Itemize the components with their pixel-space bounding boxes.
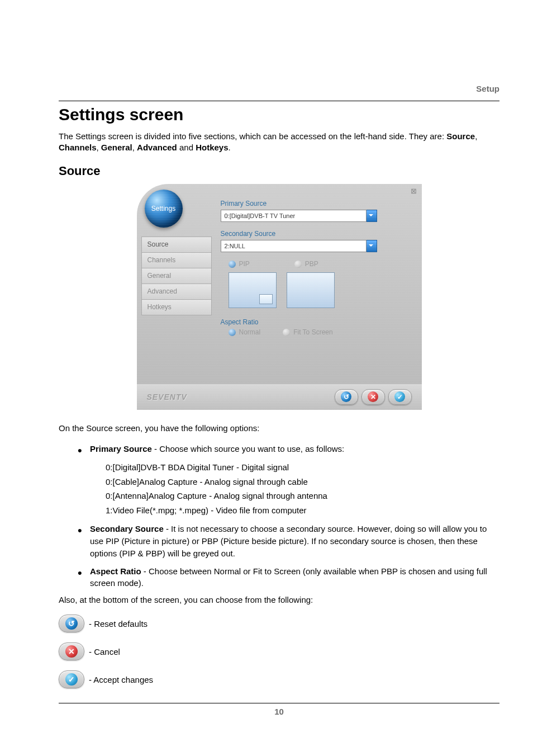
accept-label: - Accept changes bbox=[89, 675, 153, 684]
aspect-row: Normal Fit To Screen bbox=[229, 328, 408, 336]
brand-logo: SEVENTV bbox=[147, 393, 187, 401]
bottom-rule bbox=[59, 703, 499, 703]
aspect-normal-radio[interactable]: Normal bbox=[229, 328, 261, 336]
options-list-2: Secondary Source - It is not necessary t… bbox=[59, 523, 499, 589]
radio-icon bbox=[283, 329, 290, 336]
accept-line: ✓ - Accept changes bbox=[59, 670, 499, 688]
dialog-footer: SEVENTV ↺ ✕ ✓ bbox=[137, 384, 422, 410]
accept-icon: ✓ bbox=[65, 673, 78, 686]
pip-preview bbox=[229, 272, 277, 308]
options-intro: On the Source screen, you have the follo… bbox=[59, 423, 499, 433]
header-section: Setup bbox=[476, 84, 499, 93]
primary-source-combo[interactable]: 0:[Digital]DVB-T TV Tuner bbox=[221, 210, 377, 222]
side-tabs: Source Channels General Advanced Hotkeys bbox=[141, 237, 212, 315]
settings-orb-label: Settings bbox=[151, 205, 175, 212]
also-line: Also, at the bottom of the screen, you c… bbox=[59, 595, 499, 604]
side-tab-advanced[interactable]: Advanced bbox=[141, 284, 212, 299]
reset-defaults-button[interactable]: ↺ bbox=[335, 389, 358, 405]
aspect-fit-radio[interactable]: Fit To Screen bbox=[283, 328, 332, 336]
settings-orb: Settings bbox=[145, 190, 183, 228]
primary-source-bullet: Primary Source - Choose which source you… bbox=[59, 443, 499, 455]
options-list: Primary Source - Choose which source you… bbox=[59, 443, 499, 455]
secondary-source-label: Secondary Source bbox=[221, 230, 408, 238]
secondary-source-value: 2:NULL bbox=[221, 240, 367, 252]
aspect-fit-label: Fit To Screen bbox=[293, 328, 332, 336]
intro-section-4: Hotkeys bbox=[196, 143, 228, 152]
cancel-line: ✕ - Cancel bbox=[59, 642, 499, 660]
secondary-source-bullet: Secondary Source - It is not necessary t… bbox=[59, 523, 499, 559]
page-title: Settings screen bbox=[59, 105, 499, 124]
intro-period: . bbox=[229, 143, 231, 152]
secondary-source-combo[interactable]: 2:NULL bbox=[221, 240, 377, 252]
accept-button[interactable]: ✓ bbox=[388, 389, 412, 405]
cancel-icon-pill: ✕ bbox=[59, 642, 84, 660]
reset-label: - Reset defaults bbox=[89, 619, 147, 629]
pbp-radio[interactable]: PBP bbox=[294, 260, 318, 268]
accept-icon-pill: ✓ bbox=[59, 670, 84, 688]
intro-section-3: Advanced bbox=[137, 143, 177, 152]
primary-sub-3: 1:Video File(*.mpg; *.mpeg) - Video file… bbox=[106, 503, 499, 518]
aspect-normal-label: Normal bbox=[239, 328, 261, 336]
intro-paragraph: The Settings screen is divided into five… bbox=[59, 131, 499, 154]
intro-text-a: The Settings screen is divided into five… bbox=[59, 131, 446, 141]
reset-line: ↺ - Reset defaults bbox=[59, 615, 499, 632]
cancel-icon: ✕ bbox=[368, 391, 378, 402]
primary-sub-0: 0:[Digital]DVB-T BDA Digital Tuner - Dig… bbox=[106, 460, 499, 475]
aspect-ratio-label: Aspect Ratio bbox=[221, 318, 408, 326]
intro-and: and bbox=[177, 143, 196, 152]
intro-section-0: Source bbox=[446, 131, 475, 141]
aspect-ratio-bullet: Aspect Ratio - Choose between Normal or … bbox=[59, 565, 499, 590]
settings-screenshot: ⊠ Settings Source Channels General Advan… bbox=[59, 184, 499, 410]
cancel-button[interactable]: ✕ bbox=[361, 389, 385, 405]
pbp-label: PBP bbox=[305, 260, 318, 268]
reset-icon: ↺ bbox=[341, 391, 351, 402]
side-tab-channels[interactable]: Channels bbox=[141, 252, 212, 268]
intro-section-1: Channels bbox=[59, 143, 97, 152]
side-tab-hotkeys[interactable]: Hotkeys bbox=[141, 299, 212, 315]
radio-icon bbox=[229, 261, 236, 268]
primary-source-lead: Primary Source bbox=[90, 444, 152, 453]
primary-sub-2: 0:[Antenna]Analog Capture - Analog signa… bbox=[106, 489, 499, 503]
close-icon[interactable]: ⊠ bbox=[409, 186, 418, 196]
primary-sub-1: 0:[Cable]Analog Capture - Analog signal … bbox=[106, 475, 499, 489]
pbp-preview bbox=[287, 272, 335, 308]
aspect-ratio-lead: Aspect Ratio bbox=[90, 566, 141, 576]
source-subheading: Source bbox=[59, 164, 499, 178]
secondary-source-lead: Secondary Source bbox=[90, 524, 164, 533]
cancel-icon: ✕ bbox=[65, 645, 78, 658]
pip-mini bbox=[259, 294, 273, 304]
top-rule bbox=[59, 101, 499, 101]
chevron-down-icon[interactable] bbox=[367, 240, 377, 252]
page-number: 10 bbox=[59, 707, 499, 716]
pip-pbp-row: PIP PBP bbox=[229, 260, 408, 268]
primary-source-value: 0:[Digital]DVB-T TV Tuner bbox=[221, 210, 367, 222]
pip-label: PIP bbox=[239, 260, 250, 268]
primary-source-rest: - Choose which source you want to use, a… bbox=[152, 444, 344, 453]
preview-boxes bbox=[229, 272, 408, 308]
reset-icon: ↺ bbox=[65, 617, 78, 630]
radio-icon bbox=[294, 261, 302, 268]
cancel-label: - Cancel bbox=[89, 647, 120, 656]
side-tab-general[interactable]: General bbox=[141, 268, 212, 284]
primary-source-label: Primary Source bbox=[221, 200, 408, 207]
reset-defaults-icon: ↺ bbox=[59, 615, 84, 632]
side-tab-source[interactable]: Source bbox=[141, 237, 212, 252]
accept-icon: ✓ bbox=[394, 391, 405, 402]
settings-pane: Primary Source 0:[Digital]DVB-T TV Tuner… bbox=[221, 200, 408, 380]
aspect-ratio-rest: - Choose between Normal or Fit to Screen… bbox=[90, 566, 487, 588]
chevron-down-icon[interactable] bbox=[367, 210, 377, 222]
radio-icon bbox=[229, 329, 236, 336]
pip-radio[interactable]: PIP bbox=[229, 260, 250, 268]
intro-section-2: General bbox=[101, 143, 132, 152]
